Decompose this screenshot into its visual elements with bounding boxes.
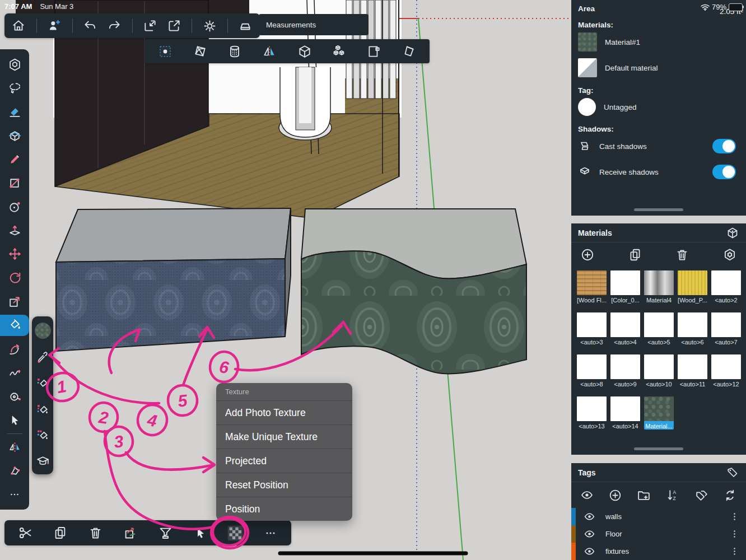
add-material-icon[interactable] xyxy=(580,248,595,262)
entity-tag-row[interactable]: Untagged xyxy=(571,95,746,119)
receive-shadows-toggle[interactable] xyxy=(712,165,736,179)
undo-button[interactable] xyxy=(78,15,102,37)
entity-material-row[interactable]: Material#1 xyxy=(571,29,746,55)
tag-options-icon[interactable] xyxy=(730,547,739,556)
tool-scale[interactable] xyxy=(3,291,26,312)
import-button[interactable] xyxy=(138,15,162,37)
material-tile[interactable]: <auto>11 xyxy=(678,354,707,388)
material-tile[interactable]: <auto>5 xyxy=(644,312,674,346)
add-tag-icon[interactable] xyxy=(608,488,622,502)
material-tile[interactable]: <auto>6 xyxy=(678,312,707,346)
material-tile[interactable]: <auto>4 xyxy=(610,312,640,346)
tag-options-icon[interactable] xyxy=(730,529,739,539)
tool-rotate[interactable] xyxy=(3,267,26,288)
copy-button[interactable] xyxy=(47,522,74,544)
sort-az-icon[interactable]: AZ xyxy=(666,488,680,502)
flip-button[interactable] xyxy=(256,40,283,63)
paint-cube-icon[interactable] xyxy=(726,226,739,240)
tag-pencil-icon[interactable] xyxy=(726,466,739,479)
menu-item-make-unique-texture[interactable]: Make Unique Texture xyxy=(216,425,352,449)
material-tile[interactable]: Material4 xyxy=(644,270,674,304)
eye-icon[interactable] xyxy=(584,528,595,540)
home-button[interactable] xyxy=(7,15,31,37)
tag-options-icon[interactable] xyxy=(730,512,739,521)
select-button[interactable] xyxy=(187,522,214,544)
material-tile[interactable]: <auto>14 xyxy=(610,396,640,430)
add-folder-icon[interactable] xyxy=(637,488,651,502)
material-tile[interactable]: <auto>8 xyxy=(577,354,607,388)
material-tile[interactable]: <auto>3 xyxy=(577,312,607,346)
tool-lasso[interactable] xyxy=(3,77,26,99)
tag-row-fixtures[interactable]: fixtures xyxy=(571,543,746,560)
paint-face-icon[interactable] xyxy=(36,376,50,390)
menu-item-projected[interactable]: Projected xyxy=(216,449,352,473)
tag-row-walls[interactable]: walls xyxy=(571,508,746,525)
redo-button[interactable] xyxy=(102,15,127,37)
tool-smart-select[interactable] xyxy=(3,54,26,75)
material-tile[interactable]: [Wood_P... xyxy=(678,270,707,304)
tool-move[interactable] xyxy=(3,244,26,265)
export-button[interactable] xyxy=(162,15,186,37)
cylinder-button[interactable] xyxy=(221,40,248,63)
tool-more[interactable] xyxy=(3,484,26,505)
tool-select-arrow[interactable] xyxy=(3,409,26,431)
settings-button[interactable] xyxy=(198,15,222,37)
panel-drag-handle[interactable] xyxy=(634,208,683,211)
materials-scroll-handle[interactable] xyxy=(634,447,683,450)
eye-icon[interactable] xyxy=(584,511,595,522)
menu-item-add-photo-texture[interactable]: Add Photo Texture xyxy=(216,401,352,425)
menu-item-reset-position[interactable]: Reset Position xyxy=(216,473,352,497)
paint-all-icon[interactable] xyxy=(36,428,50,442)
tool-circle[interactable] xyxy=(3,196,26,217)
measurements-box[interactable]: Measurements xyxy=(259,14,369,35)
cast-shadows-toggle[interactable] xyxy=(712,139,736,153)
add-collaborator-button[interactable] xyxy=(43,15,67,37)
current-material-swatch[interactable] xyxy=(35,323,51,339)
sample-eyedropper-icon[interactable] xyxy=(36,351,50,365)
solid-tools-button[interactable] xyxy=(186,40,213,63)
menu-item-position[interactable]: Position xyxy=(216,497,352,521)
material-tile[interactable]: <auto>7 xyxy=(711,312,741,346)
material-tile[interactable]: <auto>10 xyxy=(644,354,674,388)
tool-freehand[interactable] xyxy=(3,362,26,384)
material-tile-selected[interactable]: Material... xyxy=(644,396,674,430)
delete-material-icon[interactable] xyxy=(675,248,689,262)
tool-line[interactable] xyxy=(3,148,26,170)
tags-stack-icon[interactable] xyxy=(694,488,708,502)
group-button[interactable] xyxy=(291,40,318,63)
material-tile[interactable]: [Wood Fl... xyxy=(577,270,607,304)
more-button[interactable] xyxy=(257,522,284,544)
learn-cap-icon[interactable] xyxy=(36,454,50,468)
tool-flip[interactable] xyxy=(3,436,26,458)
eye-icon[interactable] xyxy=(580,488,594,502)
filter-button[interactable] xyxy=(152,522,179,544)
cone-button[interactable] xyxy=(395,40,422,63)
duplicate-material-icon[interactable] xyxy=(628,248,642,262)
eye-icon[interactable] xyxy=(584,545,595,557)
material-tile[interactable]: [Color_0... xyxy=(610,270,640,304)
wall-panel-button[interactable] xyxy=(361,40,388,63)
tool-section-box[interactable] xyxy=(3,125,26,146)
tool-offset[interactable] xyxy=(3,338,26,360)
texture-position-button[interactable] xyxy=(222,522,249,544)
axes-button[interactable] xyxy=(117,522,144,544)
tool-eraser[interactable] xyxy=(3,101,26,123)
components-button[interactable] xyxy=(326,40,353,63)
cut-button[interactable] xyxy=(12,522,39,544)
material-tile[interactable]: <auto>9 xyxy=(610,354,640,388)
material-tile[interactable]: <auto>2 xyxy=(711,270,741,304)
tag-row-floor[interactable]: Floor xyxy=(571,525,746,543)
purge-icon[interactable] xyxy=(723,488,737,502)
tool-tape-measure[interactable] xyxy=(3,386,26,407)
scenes-button[interactable] xyxy=(152,40,179,63)
delete-button[interactable] xyxy=(82,522,109,544)
tool-rectangle[interactable] xyxy=(3,172,26,194)
manage-materials-icon[interactable] xyxy=(722,248,737,262)
tool-paint[interactable] xyxy=(0,315,29,336)
tool-polygon[interactable] xyxy=(3,460,26,481)
material-tile[interactable]: <auto>13 xyxy=(577,396,607,430)
material-tile[interactable]: <auto>12 xyxy=(711,354,741,388)
entity-material-row[interactable]: Default material xyxy=(571,55,746,81)
storage-button[interactable] xyxy=(234,15,258,37)
paint-object-icon[interactable] xyxy=(36,403,50,417)
